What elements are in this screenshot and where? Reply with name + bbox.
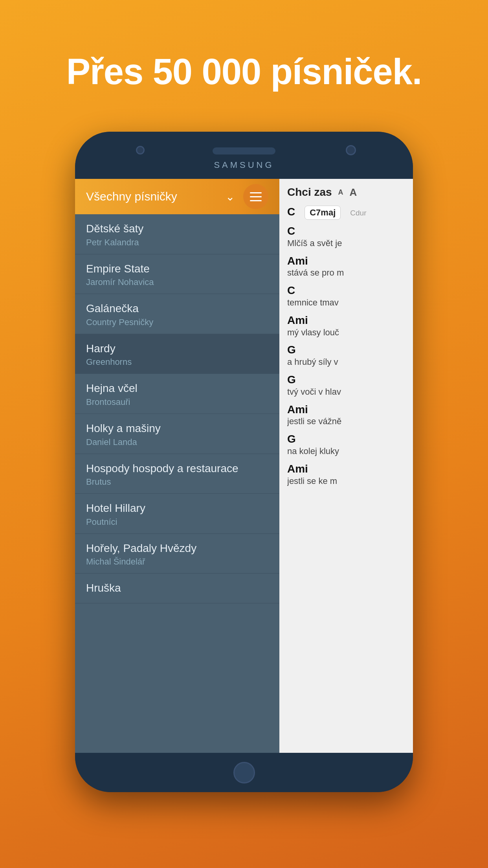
chord-section-7: Ami jestli se vážně: [287, 404, 405, 428]
song-item-hardy[interactable]: Hardy Greenhorns: [75, 334, 279, 374]
song-title: Hotel Hillary: [86, 502, 268, 515]
song-artist: Michal Šindelář: [86, 557, 268, 567]
phone-top-bezel: SAMSUNG: [75, 132, 413, 179]
chord-4: Ami: [287, 314, 405, 327]
chord-1: C: [287, 225, 405, 237]
song-item-horely-hvezdy[interactable]: Hořely, Padaly Hvězdy Michal Šindelář: [75, 534, 279, 574]
font-large-button[interactable]: A: [350, 186, 357, 199]
lyric-6: tvý voči v hlav: [287, 386, 405, 398]
phone-speaker: [213, 147, 275, 154]
chord-section-2: Ami stává se pro m: [287, 255, 405, 280]
phone-bottom-bezel: [75, 753, 413, 792]
song-item-empire-state[interactable]: Empire State Jaromír Nohavica: [75, 254, 279, 294]
chord-section-5: G a hrubý síly v: [287, 344, 405, 368]
song-title: Hospody hospody a restaurace: [86, 462, 268, 475]
category-label: Všechny písničky: [86, 190, 226, 203]
chevron-down-icon: ⌄: [226, 190, 235, 203]
hamburger-line-1: [250, 192, 262, 193]
hamburger-menu-button[interactable]: [243, 184, 268, 209]
lyric-1: Mlčíš a svět je: [287, 237, 405, 250]
front-camera-right: [346, 145, 356, 155]
song-item-detske-saty[interactable]: Dětské šaty Petr Kalandra: [75, 214, 279, 254]
lyric-9: jestli se ke m: [287, 475, 405, 487]
song-artist: Country Pesničky: [86, 317, 268, 327]
song-title: Hardy: [86, 342, 268, 355]
song-item-hospody[interactable]: Hospody hospody a restaurace Brutus: [75, 454, 279, 494]
home-button[interactable]: [233, 762, 255, 783]
chord-section-9: Ami jestli se ke m: [287, 463, 405, 487]
hamburger-line-2: [250, 196, 262, 197]
song-artist: Greenhorns: [86, 357, 268, 367]
phone-frame: SAMSUNG Všechny písničky ⌄: [75, 132, 413, 792]
font-small-button[interactable]: A: [338, 188, 343, 197]
chord-5: G: [287, 344, 405, 356]
lyric-2: stává se pro m: [287, 267, 405, 279]
song-artist: Poutníci: [86, 517, 268, 527]
chord-7: Ami: [287, 404, 405, 416]
key-badge[interactable]: C7maj: [305, 206, 341, 220]
phone-mockup: SAMSUNG Všechny písničky ⌄: [0, 132, 488, 792]
song-title: Empire State: [86, 262, 268, 276]
chord-section-8: G na kolej kluky: [287, 433, 405, 458]
song-item-hotel-hillary[interactable]: Hotel Hillary Poutníci: [75, 494, 279, 534]
lyric-4: mý vlasy louč: [287, 327, 405, 339]
samsung-brand-label: SAMSUNG: [214, 160, 274, 170]
song-title: Hruška: [86, 581, 268, 595]
song-artist: Petr Kalandra: [86, 237, 268, 248]
key-main: C7maj: [310, 208, 336, 217]
chord-section-3: C temnice tmav: [287, 285, 405, 309]
key-selector-row: C C7maj Cdur: [287, 206, 405, 220]
chord-6: G: [287, 374, 405, 386]
song-title: Dětské šaty: [86, 222, 268, 235]
song-item-galanecka[interactable]: Galánečka Country Pesničky: [75, 294, 279, 334]
lyric-8: na kolej kluky: [287, 445, 405, 458]
song-title: Hejna včel: [86, 382, 268, 395]
song-list-panel: Všechny písničky ⌄ Dětské šaty Petr Kala…: [75, 179, 279, 753]
front-camera-left: [136, 146, 145, 154]
lyric-5: a hrubý síly v: [287, 356, 405, 368]
chord-section-4: Ami mý vlasy louč: [287, 314, 405, 339]
song-title: Galánečka: [86, 302, 268, 315]
song-artist: Daniel Landa: [86, 437, 268, 447]
song-artist: Brontosauři: [86, 397, 268, 407]
song-list: Dětské šaty Petr Kalandra Empire State J…: [75, 214, 279, 753]
root-key-label: C: [287, 206, 295, 218]
chord-8: G: [287, 433, 405, 445]
phone-screen: Všechny písničky ⌄ Dětské šaty Petr Kala…: [75, 179, 413, 753]
chord-section-6: G tvý voči v hlav: [287, 374, 405, 398]
chord-lyrics-panel: Chci zas A A C C7maj Cdur C Mlčíš a svět…: [279, 179, 413, 753]
headline: Přes 50 000 písniček.: [0, 0, 488, 116]
song-item-hejna-vcel[interactable]: Hejna včel Brontosauři: [75, 374, 279, 414]
key-sub-label: Cdur: [350, 209, 366, 217]
song-item-holky-masiny[interactable]: Holky a mašiny Daniel Landa: [75, 414, 279, 454]
song-item-hruska[interactable]: Hruška: [75, 574, 279, 603]
chord-section-1: C Mlčíš a svět je: [287, 225, 405, 250]
lyric-3: temnice tmav: [287, 297, 405, 309]
song-artist: Jaromír Nohavica: [86, 277, 268, 287]
song-title: Hořely, Padaly Hvězdy: [86, 542, 268, 555]
chord-9: Ami: [287, 463, 405, 475]
chord-2: Ami: [287, 255, 405, 267]
category-dropdown[interactable]: Všechny písničky ⌄: [75, 179, 279, 214]
hamburger-line-3: [250, 200, 262, 201]
chord-top-bar: Chci zas A A: [287, 186, 405, 199]
song-name-display: Chci zas: [287, 186, 332, 199]
lyric-7: jestli se vážně: [287, 416, 405, 428]
chord-3: C: [287, 285, 405, 297]
song-artist: Brutus: [86, 477, 268, 487]
song-title: Holky a mašiny: [86, 422, 268, 435]
